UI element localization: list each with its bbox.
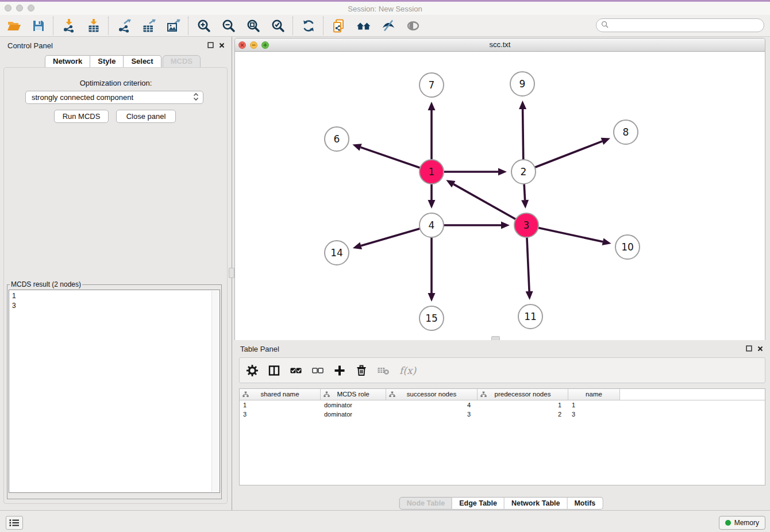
graph-edge-2-8[interactable] <box>523 138 610 172</box>
close-table-panel-icon[interactable] <box>757 346 763 352</box>
graph-node-10[interactable]: 10 <box>615 235 640 259</box>
table-cell[interactable]: dominator <box>321 400 386 410</box>
svg-text:7: 7 <box>429 79 435 91</box>
toolbar-separator <box>292 17 294 35</box>
tab-style[interactable]: Style <box>90 55 124 68</box>
table-row[interactable]: 1dominator411 <box>240 400 765 410</box>
first-neighbors-icon[interactable] <box>356 18 371 33</box>
export-table-icon[interactable] <box>141 18 156 33</box>
graph-node-14[interactable]: 14 <box>325 241 349 265</box>
table-tabs: Node Table Edge Table Network Table Moti… <box>399 497 603 510</box>
mcds-result-groupbox: MCDS result (2 nodes) 1 3 <box>7 280 222 499</box>
criterion-select[interactable]: strongly connected component <box>25 91 203 104</box>
column-settings-icon[interactable] <box>245 364 259 377</box>
delete-row-icon[interactable] <box>355 364 368 377</box>
svg-text:3: 3 <box>523 219 530 231</box>
mcds-result-area[interactable]: 1 3 <box>9 290 220 493</box>
close-panel-button[interactable]: Close panel <box>116 110 176 123</box>
float-table-panel-icon[interactable] <box>746 345 752 352</box>
zoom-selected-icon[interactable] <box>270 18 286 33</box>
result-scrollbar[interactable] <box>211 291 220 492</box>
tab-select[interactable]: Select <box>124 55 161 68</box>
search-box[interactable] <box>596 18 764 32</box>
save-session-icon[interactable] <box>30 18 46 33</box>
column-header-name[interactable]: name <box>568 389 620 400</box>
graph-edge-3-10[interactable] <box>526 225 611 245</box>
function-builder-icon[interactable]: f(x) <box>399 365 416 376</box>
mcds-result-text[interactable]: 1 3 <box>9 290 220 311</box>
network-window-title: scc.txt <box>235 40 765 49</box>
table-cell[interactable]: 3 <box>386 410 478 419</box>
split-panel-icon[interactable] <box>267 364 281 377</box>
table-cell[interactable]: dominator <box>321 410 386 419</box>
graph-node-9[interactable]: 9 <box>510 72 534 96</box>
column-header-shared-name[interactable]: shared name <box>240 389 321 400</box>
toolbar-separator <box>323 17 324 35</box>
tab-edge-table[interactable]: Edge Table <box>452 497 505 510</box>
task-history-button[interactable] <box>6 516 23 530</box>
table-cell[interactable]: 3 <box>568 410 620 419</box>
tab-network-table[interactable]: Network Table <box>505 497 568 510</box>
tab-node-table[interactable]: Node Table <box>399 497 452 510</box>
import-table-icon[interactable] <box>86 18 101 33</box>
graph-node-3[interactable]: 3 <box>514 213 538 237</box>
svg-text:9: 9 <box>519 78 526 90</box>
select-all-icon[interactable] <box>289 364 303 377</box>
table-row[interactable]: 3dominator323 <box>240 410 765 419</box>
add-row-icon[interactable] <box>333 364 346 377</box>
table-cell[interactable]: 1 <box>478 400 568 410</box>
table-cell[interactable]: 1 <box>568 400 620 410</box>
memory-label: Memory <box>734 519 759 527</box>
status-bar: Memory <box>0 510 770 532</box>
export-image-icon[interactable] <box>165 18 181 33</box>
zoom-in-icon[interactable] <box>196 18 211 33</box>
column-header-successor-nodes[interactable]: successor nodes <box>386 389 478 400</box>
float-panel-icon[interactable] <box>207 42 214 48</box>
graph-node-4[interactable]: 4 <box>419 213 444 237</box>
table-panel-title: Table Panel <box>240 345 279 353</box>
graph-node-15[interactable]: 15 <box>419 306 444 330</box>
svg-text:10: 10 <box>621 241 634 253</box>
refresh-icon[interactable] <box>301 18 316 33</box>
column-header-mcds-role[interactable]: MCDS role <box>321 389 386 400</box>
hierarchy-icon <box>242 391 249 398</box>
graph-node-7[interactable]: 7 <box>419 73 444 97</box>
svg-text:15: 15 <box>425 313 438 324</box>
graph-edge-3-1[interactable] <box>446 180 526 225</box>
import-network-icon[interactable] <box>61 18 76 33</box>
table-cell[interactable]: 2 <box>478 410 568 419</box>
clone-network-icon[interactable] <box>331 18 346 33</box>
column-header-predecessor-nodes[interactable]: predecessor nodes <box>478 389 568 400</box>
table-cell[interactable]: 1 <box>240 400 321 410</box>
table-cell[interactable]: 3 <box>240 410 321 419</box>
vertical-splitter-grip[interactable] <box>229 268 234 278</box>
graph-node-6[interactable]: 6 <box>325 127 349 151</box>
hide-selected-icon[interactable] <box>380 18 396 33</box>
network-canvas[interactable]: 1234678910111415 <box>235 52 765 341</box>
close-panel-icon[interactable] <box>219 43 225 48</box>
tab-network[interactable]: Network <box>45 55 90 68</box>
table-cell-filler <box>620 400 765 410</box>
show-all-icon[interactable] <box>405 18 421 33</box>
zoom-fit-icon[interactable] <box>245 18 261 33</box>
zoom-out-icon[interactable] <box>221 18 236 33</box>
tab-motifs[interactable]: Motifs <box>567 497 603 510</box>
graph-node-8[interactable]: 8 <box>614 120 638 144</box>
deselect-all-icon[interactable] <box>311 364 325 377</box>
graph-node-1[interactable]: 1 <box>419 160 444 184</box>
window-title: Session: New Session <box>0 5 770 13</box>
export-network-icon[interactable] <box>116 18 132 33</box>
application-window: Session: New Session <box>0 0 770 532</box>
search-input[interactable] <box>611 20 764 31</box>
memory-button[interactable]: Memory <box>719 516 765 530</box>
graph-node-2[interactable]: 2 <box>511 160 536 184</box>
delete-table-icon[interactable] <box>376 364 390 377</box>
table-cell[interactable]: 4 <box>386 400 478 410</box>
open-session-icon[interactable] <box>6 18 21 33</box>
graph-node-11[interactable]: 11 <box>518 304 542 329</box>
table-panel: Table Panel <box>232 340 770 510</box>
network-graph[interactable]: 1234678910111415 <box>235 52 765 341</box>
run-mcds-button[interactable]: Run MCDS <box>54 110 109 123</box>
network-window-titlebar[interactable]: scc.txt <box>235 38 765 52</box>
tab-mcds[interactable]: MCDS <box>163 55 201 68</box>
